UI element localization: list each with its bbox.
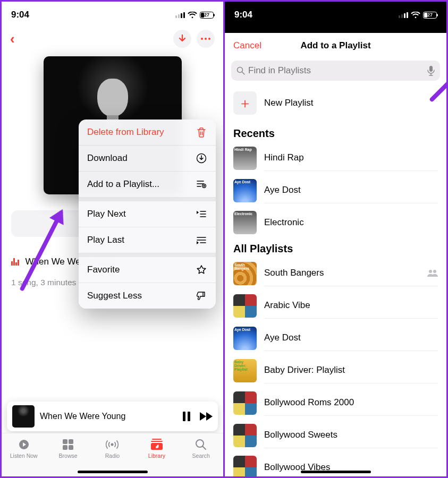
menu-label: Add to a Playlist... [87, 179, 159, 190]
playlist-artwork: South Bangers [233, 262, 257, 285]
menu-suggest-less[interactable]: Suggest Less [79, 283, 216, 309]
menu-play-last[interactable]: Play Last [79, 227, 216, 253]
playlist-row[interactable]: Arabic Vibe [225, 289, 446, 322]
menu-separator [79, 253, 216, 257]
menu-favorite[interactable]: Favorite [79, 257, 216, 283]
svg-point-10 [111, 443, 114, 446]
playlist-artwork: Electronic [233, 211, 257, 234]
cancel-button[interactable]: Cancel [233, 40, 261, 51]
playlist-row[interactable]: Aye DostAye Dost [225, 322, 446, 354]
library-icon [150, 438, 163, 451]
mini-player[interactable]: When We Were Young [7, 402, 218, 431]
pause-button[interactable] [183, 412, 190, 421]
menu-label: Play Last [87, 235, 124, 245]
back-button[interactable]: ‹ [10, 31, 15, 47]
status-indicators: 27 [175, 12, 214, 19]
playlist-row[interactable]: Aye DostAye Dost [225, 174, 446, 207]
playlist-row[interactable]: Bollywood Roms 2000 [225, 387, 446, 419]
sheet-header: Cancel Add to a Playlist [225, 33, 446, 58]
tab-listen-now[interactable]: Listen Now [5, 438, 43, 476]
download-all-button[interactable] [173, 30, 191, 48]
menu-label: Play Next [87, 209, 126, 219]
tab-label: Browse [59, 453, 78, 459]
playlist-name: Bollywood Roms 2000 [264, 397, 354, 408]
menu-separator [79, 198, 216, 201]
menu-delete-library[interactable]: Delete from Library [79, 120, 216, 146]
shared-icon [427, 269, 438, 277]
playlist-row[interactable]: ElectronicElectronic [225, 207, 446, 238]
star-icon [196, 264, 207, 275]
search-field[interactable] [231, 61, 440, 81]
menu-label: Delete from Library [87, 127, 164, 138]
search-icon [236, 66, 245, 75]
playlist-artwork: Hindi Rap [233, 147, 257, 170]
playlist-name: Aye Dost [264, 185, 301, 195]
tab-label: Library [148, 453, 165, 459]
playlist-row[interactable]: Baby Driver: PlaylistBaby Driver: Playli… [225, 354, 446, 387]
home-indicator[interactable] [301, 471, 371, 473]
more-button[interactable] [197, 30, 215, 48]
home-indicator[interactable] [78, 471, 148, 473]
svg-point-15 [429, 270, 432, 273]
battery-icon: 27 [423, 12, 437, 19]
svg-rect-6 [63, 439, 67, 444]
svg-rect-8 [63, 445, 67, 450]
new-playlist-label: New Playlist [264, 98, 314, 108]
playlist-artwork [233, 424, 257, 447]
svg-point-0 [201, 38, 203, 40]
playlist-row[interactable]: South BangersSouth Bangers [225, 257, 446, 289]
search-input[interactable] [248, 65, 424, 76]
svg-rect-14 [429, 66, 433, 72]
menu-add-playlist[interactable]: Add to a Playlist... [79, 172, 216, 198]
download-circle-icon [196, 153, 207, 164]
thumbs-down-icon [196, 291, 207, 301]
nav-bar: ‹ [2, 25, 223, 52]
all-playlists-header: All Playlists [225, 238, 446, 257]
playlist-name: South Bangers [264, 268, 324, 278]
status-indicators: 27 [399, 12, 437, 19]
playlist-name: Aye Dost [264, 332, 301, 343]
tab-search[interactable]: Search [182, 438, 219, 476]
ellipsis-icon [201, 38, 210, 40]
play-next-icon [196, 210, 207, 218]
status-time: 9:04 [234, 10, 252, 20]
playlist-artwork: Baby Driver: Playlist [233, 359, 257, 382]
playlist-name: Hindi Rap [264, 152, 304, 163]
phone-left: 9:04 27 ‹ Delete from Libra [2, 2, 225, 476]
menu-label: Download [87, 153, 128, 164]
dictation-icon[interactable] [427, 65, 435, 76]
cellular-icon [175, 12, 185, 18]
playlist-artwork [233, 294, 257, 318]
mini-player-title: When We Were Young [40, 412, 177, 421]
battery-icon: 27 [200, 12, 214, 19]
wifi-icon [188, 12, 197, 19]
sheet-title: Add to a Playlist [300, 40, 370, 51]
mini-player-artwork [12, 405, 35, 428]
playlist-artwork: Aye Dost [233, 179, 257, 202]
trash-icon [196, 127, 207, 138]
playlist-name: Electronic [264, 217, 304, 228]
radio-icon [105, 438, 119, 451]
play-last-icon [196, 236, 207, 244]
menu-download[interactable]: Download [79, 146, 216, 172]
tab-label: Search [192, 453, 210, 459]
next-button[interactable] [200, 412, 213, 421]
listen-now-icon [18, 438, 30, 451]
tab-label: Listen Now [10, 453, 38, 459]
statusbar: 9:04 27 [2, 2, 223, 25]
playlist-artwork [233, 456, 257, 476]
menu-play-next[interactable]: Play Next [79, 201, 216, 227]
menu-label: Suggest Less [87, 291, 142, 301]
now-playing-bars-icon [11, 258, 19, 266]
playlist-artwork [233, 391, 257, 415]
new-playlist-button[interactable]: ＋ New Playlist [225, 86, 446, 123]
svg-point-16 [433, 270, 436, 273]
recents-header: Recents [225, 123, 446, 142]
menu-label: Favorite [87, 264, 120, 275]
playlist-row[interactable]: Bollywood Sweets [225, 419, 446, 451]
download-arrow-icon [179, 35, 186, 43]
svg-rect-9 [69, 445, 73, 450]
svg-rect-7 [69, 439, 73, 444]
playlist-row[interactable]: Hindi RapHindi Rap [225, 142, 446, 174]
tab-label: Radio [105, 453, 120, 459]
